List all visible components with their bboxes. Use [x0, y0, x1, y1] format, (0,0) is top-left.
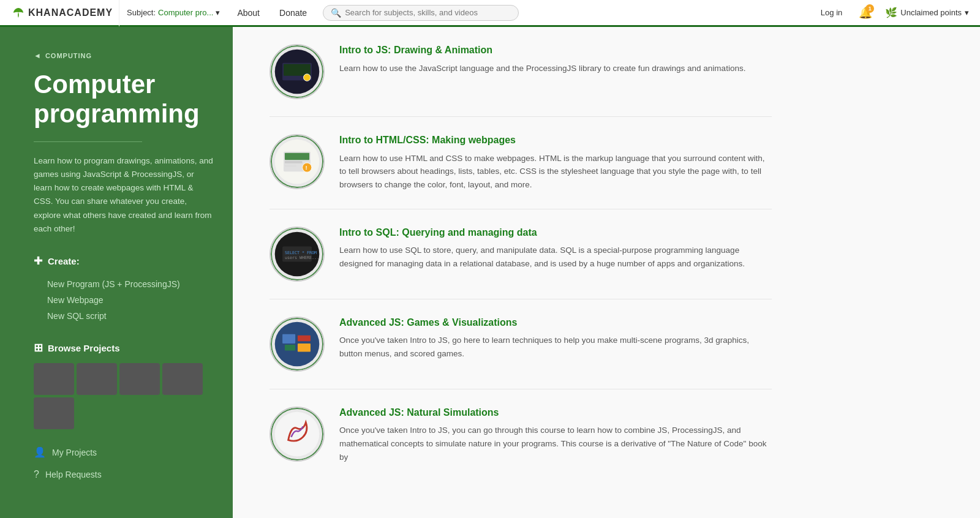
browse-label: Browse Projects	[48, 343, 120, 353]
plus-icon: ✚	[34, 254, 43, 268]
course-info-4: Advanced JS: Natural Simulations Once yo…	[339, 407, 772, 464]
create-header: ✚ Create:	[34, 254, 214, 268]
svg-text:!: !	[305, 164, 307, 171]
svg-point-4	[304, 74, 311, 81]
create-section: ✚ Create: New Program (JS + ProcessingJS…	[34, 254, 214, 324]
grid-icon: ⊞	[34, 341, 43, 355]
back-arrow-icon: ◄	[34, 51, 42, 60]
svg-point-29	[275, 411, 320, 456]
page-wrapper: ◄ COMPUTING Computer programming Learn h…	[0, 27, 980, 518]
browse-header[interactable]: ⊞ Browse Projects	[34, 341, 214, 355]
svg-point-22	[275, 321, 320, 366]
page-title: Computer programming	[34, 70, 214, 129]
course-item-1: ! Intro to HTML/CSS: Making webpages Lea…	[270, 117, 772, 209]
title-divider	[34, 141, 142, 142]
svg-rect-25	[298, 335, 311, 341]
course-desc-2: Learn how to use SQL to store, query, an…	[339, 244, 772, 270]
svg-rect-23	[282, 334, 295, 343]
course-desc-4: Once you've taken Intro to JS, you can g…	[339, 424, 772, 464]
thumbnail-5[interactable]	[34, 397, 74, 429]
subject-name: Computer pro...	[158, 8, 213, 17]
my-projects-label: My Projects	[52, 448, 97, 457]
course-item-0: Intro to JS: Drawing & Animation Learn h…	[270, 27, 772, 117]
unclaimed-chevron-icon: ▾	[965, 8, 969, 17]
logo-leaf-icon	[12, 7, 24, 19]
question-icon: ?	[34, 469, 39, 480]
svg-rect-10	[285, 161, 303, 163]
project-thumbnails	[34, 363, 214, 429]
search-bar: 🔍	[323, 5, 519, 21]
bottom-links: 👤 My Projects ? Help Requests	[34, 446, 214, 480]
svg-rect-26	[298, 343, 311, 351]
my-projects-link[interactable]: 👤 My Projects	[34, 446, 214, 458]
course-title-0[interactable]: Intro to JS: Drawing & Animation	[339, 44, 772, 57]
logo[interactable]: KHANACADEMY	[6, 7, 119, 19]
course-title-1[interactable]: Intro to HTML/CSS: Making webpages	[339, 134, 772, 147]
notifications-button[interactable]: 🔔 1	[856, 3, 875, 23]
thumbnail-3[interactable]	[119, 363, 160, 395]
unclaimed-points-button[interactable]: 🌿 Unclaimed points ▾	[880, 7, 974, 18]
course-desc-0: Learn how to use the JavaScript language…	[339, 62, 772, 75]
leaf-icon: 🌿	[885, 7, 897, 18]
course-item-4: Advanced JS: Natural Simulations Once yo…	[270, 389, 772, 481]
search-input[interactable]	[345, 8, 511, 17]
sidebar: ◄ COMPUTING Computer programming Learn h…	[0, 27, 233, 518]
course-title-4[interactable]: Advanced JS: Natural Simulations	[339, 407, 772, 419]
course-list: Intro to JS: Drawing & Animation Learn h…	[270, 27, 772, 481]
nav-actions: Log in 🔔 1 🌿 Unclaimed points ▾	[812, 3, 974, 23]
person-icon: 👤	[34, 446, 46, 458]
subject-description: Learn how to program drawings, animation…	[34, 154, 214, 236]
course-info-1: Intro to HTML/CSS: Making webpages Learn…	[339, 134, 772, 192]
subject-dropdown[interactable]: Subject: Computer pro... ▾	[119, 0, 227, 26]
new-program-link[interactable]: New Program (JS + ProcessingJS)	[34, 276, 214, 292]
thumbnail-1[interactable]	[34, 363, 74, 395]
course-info-0: Intro to JS: Drawing & Animation Learn h…	[339, 44, 772, 75]
course-title-3[interactable]: Advanced JS: Games & Visualizations	[339, 317, 772, 329]
new-sql-link[interactable]: New SQL script	[34, 308, 214, 324]
course-thumb-0[interactable]	[270, 44, 325, 99]
navbar: KHANACADEMY Subject: Computer pro... ▾ A…	[0, 0, 980, 27]
about-link[interactable]: About	[227, 0, 270, 26]
help-requests-link[interactable]: ? Help Requests	[34, 469, 214, 480]
help-requests-label: Help Requests	[45, 470, 102, 479]
back-link[interactable]: ◄ COMPUTING	[34, 51, 214, 60]
search-icon: 🔍	[331, 8, 341, 18]
course-title-2[interactable]: Intro to SQL: Querying and managing data	[339, 227, 772, 239]
svg-rect-24	[285, 345, 295, 351]
course-item-2: SELECT * FROM users WHERE... Intro to SQ…	[270, 209, 772, 299]
chevron-down-icon: ▾	[216, 8, 220, 17]
course-thumb-1[interactable]: !	[270, 134, 325, 189]
back-label: COMPUTING	[45, 52, 92, 59]
main-content: Intro to JS: Drawing & Animation Learn h…	[233, 27, 980, 518]
course-item-3: Advanced JS: Games & Visualizations Once…	[270, 299, 772, 389]
svg-text:users WHERE...: users WHERE...	[285, 255, 319, 260]
thumbnail-2[interactable]	[77, 363, 117, 395]
subject-label: Subject:	[127, 8, 156, 17]
create-label: Create:	[48, 256, 80, 266]
svg-rect-11	[285, 165, 296, 167]
logo-text: KHANACADEMY	[28, 7, 113, 18]
notification-badge: 1	[865, 4, 874, 13]
course-thumb-2[interactable]: SELECT * FROM users WHERE...	[270, 227, 325, 282]
thumbnail-4[interactable]	[162, 363, 203, 395]
unclaimed-points-label: Unclaimed points	[900, 8, 962, 17]
course-info-2: Intro to SQL: Querying and managing data…	[339, 227, 772, 271]
donate-link[interactable]: Donate	[270, 0, 317, 26]
browse-section: ⊞ Browse Projects	[34, 341, 214, 429]
svg-rect-9	[285, 153, 309, 160]
course-desc-3: Once you've taken Intro to JS, go here t…	[339, 334, 772, 360]
course-thumb-3[interactable]	[270, 317, 325, 372]
course-thumb-4[interactable]	[270, 407, 325, 462]
login-button[interactable]: Log in	[812, 4, 851, 21]
new-webpage-link[interactable]: New Webpage	[34, 292, 214, 308]
course-info-3: Advanced JS: Games & Visualizations Once…	[339, 317, 772, 361]
course-desc-1: Learn how to use HTML and CSS to make we…	[339, 152, 772, 192]
